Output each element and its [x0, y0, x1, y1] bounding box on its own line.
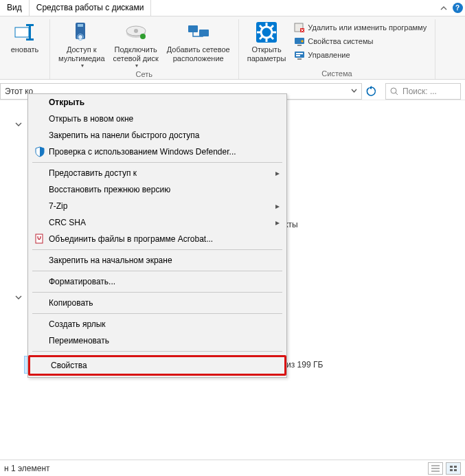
uninstall-icon	[294, 22, 305, 33]
svg-rect-42	[450, 469, 453, 471]
svg-rect-43	[454, 469, 457, 471]
svg-point-34	[391, 88, 396, 93]
ctx-acrobat-combine[interactable]: Объединить файлы в программе Acrobat...	[28, 231, 286, 247]
svg-rect-3	[26, 38, 34, 41]
media-server-icon	[70, 21, 93, 44]
svg-rect-13	[199, 30, 209, 36]
network-drive-icon	[124, 21, 148, 44]
ctx-defender-scan[interactable]: Проверка с использованием Windows Defend…	[28, 144, 286, 160]
svg-rect-5	[78, 24, 83, 27]
chevron-up-icon	[440, 5, 447, 12]
add-network-location-button[interactable]: Добавить сетевоерасположение	[163, 19, 234, 64]
add-network-location-label: Добавить сетевоерасположение	[167, 45, 230, 63]
svg-line-35	[396, 93, 398, 95]
ctx-separator	[32, 162, 282, 163]
manage-button[interactable]: Управление	[290, 48, 431, 62]
view-large-icons-button[interactable]	[446, 462, 461, 475]
ctx-separator	[32, 249, 282, 250]
ctx-format[interactable]: Форматировать...	[28, 273, 286, 290]
settings-icon	[255, 21, 278, 44]
chevron-down-icon	[15, 294, 22, 301]
ctx-separator	[32, 292, 282, 293]
svg-rect-41	[454, 466, 457, 468]
context-menu: Открыть Открыть в новом окне Закрепить н…	[27, 93, 287, 378]
ctx-properties[interactable]: Свойства	[30, 357, 284, 374]
ctx-7zip[interactable]: 7-Zip ▸	[28, 198, 286, 214]
dropdown-arrow-icon: ▾	[135, 63, 138, 69]
submenu-arrow-icon: ▸	[275, 201, 280, 211]
large-icons-view-icon	[449, 465, 457, 472]
refresh-icon	[366, 86, 377, 97]
highlight-annotation: Свойства	[28, 355, 286, 376]
svg-rect-40	[450, 466, 453, 468]
svg-rect-0	[15, 27, 29, 37]
svg-rect-31	[297, 58, 302, 60]
ctx-open[interactable]: Открыть	[28, 94, 286, 111]
media-access-button[interactable]: Доступ кмультимедиа ▾	[54, 19, 109, 70]
ctx-create-shortcut[interactable]: Создать ярлык	[28, 316, 286, 332]
manage-label: Управление	[308, 51, 350, 59]
svg-rect-1	[29, 25, 31, 39]
svg-rect-36	[36, 234, 43, 243]
svg-point-10	[134, 29, 138, 33]
system-properties-button[interactable]: Свойства системы	[290, 34, 431, 48]
svg-rect-32	[296, 53, 303, 54]
svg-rect-33	[296, 55, 300, 56]
ctx-separator	[32, 351, 282, 352]
ctx-copy[interactable]: Копировать	[28, 295, 286, 311]
open-settings-button[interactable]: Открытьпараметры	[243, 19, 291, 64]
acrobat-icon	[31, 234, 49, 245]
uninstall-program-button[interactable]: Удалить или изменить программу	[290, 21, 431, 34]
ctx-share-access[interactable]: Предоставить доступ к ▸	[28, 165, 286, 181]
ribbon-group-system: Открытьпараметры Удалить или изменить пр…	[239, 19, 436, 79]
ctx-rename[interactable]: Переименовать	[28, 332, 286, 349]
chevron-down-icon	[15, 121, 22, 128]
submenu-arrow-icon: ▸	[275, 168, 280, 178]
tree-expand-chevron[interactable]	[15, 294, 22, 301]
ctx-pin-start[interactable]: Закрепить на начальном экране	[28, 252, 286, 269]
help-icon: ?	[453, 3, 463, 13]
ribbon: еновать Доступ кмультимедиа ▾ Подключить…	[0, 16, 465, 80]
rename-icon	[13, 21, 36, 44]
manage-icon	[294, 49, 305, 60]
svg-rect-29	[297, 45, 302, 46]
svg-rect-12	[188, 25, 198, 32]
ctx-separator	[32, 271, 282, 271]
details-view-icon	[431, 465, 440, 472]
ctx-crc-sha[interactable]: CRC SHA ▸	[28, 214, 286, 231]
uninstall-program-label: Удалить или изменить программу	[308, 23, 427, 32]
map-drive-button[interactable]: Подключитьсетевой диск ▾	[109, 19, 163, 70]
view-details-button[interactable]	[428, 462, 443, 475]
network-location-icon	[187, 21, 210, 44]
search-box[interactable]: Поиск: ...	[385, 83, 461, 100]
svg-rect-30	[295, 52, 304, 58]
ctx-pin-quick-access[interactable]: Закрепить на панели быстрого доступа	[28, 127, 286, 144]
ribbon-group-network: Доступ кмультимедиа ▾ Подключитьсетевой …	[50, 19, 239, 79]
tab-drive-tools[interactable]: Средства работы с дисками	[30, 0, 152, 16]
svg-rect-2	[26, 24, 34, 26]
tab-view[interactable]: Вид	[0, 0, 30, 16]
rename-label: еновать	[11, 45, 39, 54]
ctx-separator	[32, 313, 282, 314]
submenu-arrow-icon: ▸	[275, 218, 280, 227]
refresh-button[interactable]	[366, 86, 381, 97]
ribbon-collapse-button[interactable]	[438, 0, 450, 16]
system-properties-label: Свойства системы	[308, 37, 373, 45]
open-settings-label: Открытьпараметры	[247, 45, 286, 63]
svg-point-11	[140, 34, 146, 39]
ribbon-group-rename: еновать	[0, 19, 50, 79]
status-selection-count: н 1 элемент	[4, 464, 50, 473]
rename-button[interactable]: еновать	[4, 19, 45, 56]
svg-point-6	[78, 35, 82, 39]
address-dropdown-icon[interactable]	[351, 88, 357, 94]
search-placeholder: Поиск: ...	[402, 87, 437, 96]
tree-expand-chevron[interactable]	[15, 121, 22, 128]
dropdown-arrow-icon: ▾	[81, 63, 84, 69]
ribbon-tabstrip: Вид Средства работы с дисками ?	[0, 0, 465, 16]
ctx-open-new-window[interactable]: Открыть в новом окне	[28, 111, 286, 127]
search-icon	[390, 87, 398, 95]
ctx-restore-previous[interactable]: Восстановить прежнюю версию	[28, 181, 286, 198]
map-drive-label: Подключитьсетевой диск	[113, 45, 159, 63]
status-bar: н 1 элемент	[0, 460, 465, 476]
help-button[interactable]: ?	[450, 0, 465, 16]
